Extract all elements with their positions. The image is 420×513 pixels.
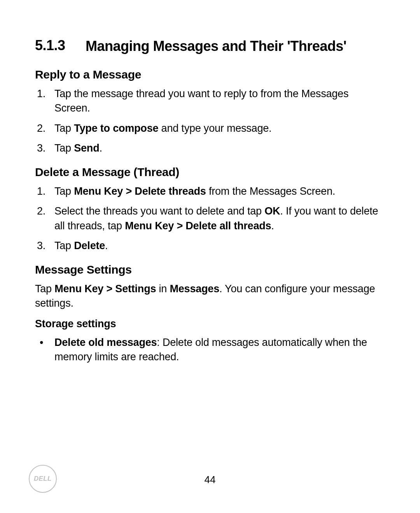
- section-number: 5.1.3: [35, 37, 86, 54]
- step-item: Tap Delete.: [35, 239, 385, 253]
- step-item: Tap Type to compose and type your messag…: [35, 121, 385, 136]
- dell-logo: DELL: [29, 465, 57, 493]
- page-number: 44: [0, 474, 420, 486]
- settings-intro: Tap Menu Key > Settings in Messages. You…: [35, 282, 385, 311]
- step-item: Select the threads you want to delete an…: [35, 204, 385, 233]
- section-heading: 5.1.3 Managing Messages and Their 'Threa…: [35, 37, 385, 55]
- subheading-delete-thread: Delete a Message (Thread): [35, 166, 385, 179]
- subheading-reply: Reply to a Message: [35, 68, 385, 81]
- step-item: Tap the message thread you want to reply…: [35, 87, 385, 116]
- logo-circle-icon: DELL: [29, 465, 57, 493]
- subheading-storage-settings: Storage settings: [35, 318, 385, 330]
- subheading-message-settings: Message Settings: [35, 263, 385, 276]
- document-page: 5.1.3 Managing Messages and Their 'Threa…: [0, 0, 420, 513]
- bullets-storage: Delete old messages: Delete old messages…: [35, 335, 385, 365]
- steps-reply: Tap the message thread you want to reply…: [35, 87, 385, 155]
- step-item: Tap Menu Key > Delete threads from the M…: [35, 184, 385, 199]
- section-title: Managing Messages and Their 'Threads': [86, 37, 346, 55]
- steps-delete-thread: Tap Menu Key > Delete threads from the M…: [35, 184, 385, 253]
- page-footer: 44: [0, 474, 420, 486]
- step-item: Tap Send.: [35, 141, 385, 155]
- bullet-item: Delete old messages: Delete old messages…: [35, 335, 385, 365]
- logo-text: DELL: [34, 475, 52, 482]
